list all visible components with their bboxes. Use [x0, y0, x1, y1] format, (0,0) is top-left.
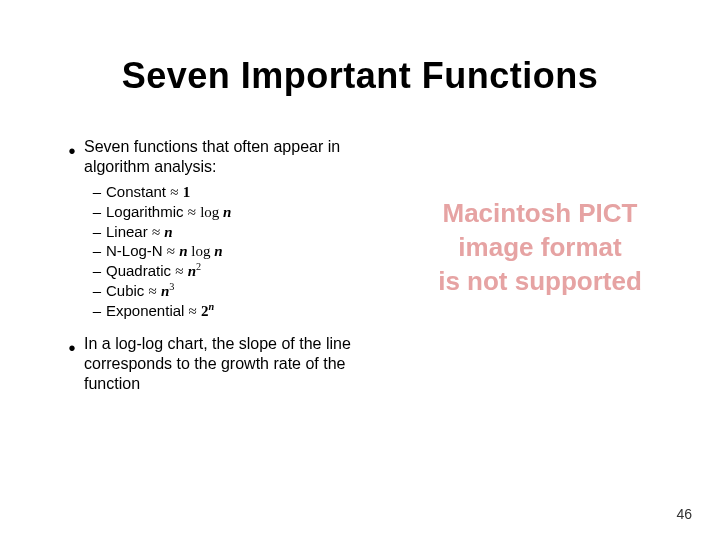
- list-item: – Linear ≈ n: [88, 223, 390, 242]
- bullet-item: • Seven functions that often appear in a…: [60, 137, 390, 177]
- placeholder-line: image format: [420, 231, 660, 265]
- page-number: 46: [676, 506, 692, 522]
- function-entry: Exponential ≈ 2n: [106, 302, 390, 321]
- dash-glyph: –: [88, 262, 106, 281]
- function-name: Logarithmic: [106, 203, 184, 220]
- dash-glyph: –: [88, 302, 106, 321]
- list-item: – Cubic ≈ n3: [88, 282, 390, 301]
- approx-symbol: ≈: [189, 303, 197, 319]
- approx-symbol: ≈: [152, 224, 160, 240]
- function-entry: Constant ≈ 1: [106, 183, 390, 202]
- function-expr: n: [164, 224, 172, 240]
- slide-container: Seven Important Functions • Seven functi…: [0, 0, 720, 540]
- list-item: – Quadratic ≈ n2: [88, 262, 390, 281]
- function-entry: Linear ≈ n: [106, 223, 390, 242]
- image-placeholder: Macintosh PICT image format is not suppo…: [420, 137, 660, 400]
- function-name: Constant: [106, 183, 166, 200]
- dash-glyph: –: [88, 223, 106, 242]
- dash-glyph: –: [88, 203, 106, 222]
- approx-symbol: ≈: [149, 283, 157, 299]
- left-column: • Seven functions that often appear in a…: [60, 137, 390, 400]
- function-expr: n3: [161, 283, 174, 299]
- list-item: – Exponential ≈ 2n: [88, 302, 390, 321]
- approx-symbol: ≈: [167, 243, 175, 259]
- approx-symbol: ≈: [188, 204, 196, 220]
- function-entry: Logarithmic ≈ log n: [106, 203, 390, 222]
- list-item: – N-Log-N ≈ n log n: [88, 242, 390, 261]
- function-expr: n2: [188, 263, 201, 279]
- function-name: N-Log-N: [106, 242, 163, 259]
- function-name: Linear: [106, 223, 148, 240]
- bullet-glyph: •: [60, 137, 84, 177]
- function-entry: N-Log-N ≈ n log n: [106, 242, 390, 261]
- list-item: – Constant ≈ 1: [88, 183, 390, 202]
- list-item: – Logarithmic ≈ log n: [88, 203, 390, 222]
- placeholder-line: Macintosh PICT: [420, 197, 660, 231]
- function-name: Quadratic: [106, 262, 171, 279]
- function-entry: Quadratic ≈ n2: [106, 262, 390, 281]
- bullet-glyph: •: [60, 334, 84, 394]
- approx-symbol: ≈: [175, 263, 183, 279]
- slide-content: • Seven functions that often appear in a…: [60, 137, 660, 400]
- bullet-text: Seven functions that often appear in alg…: [84, 137, 390, 177]
- bullet-text: In a log-log chart, the slope of the lin…: [84, 334, 390, 394]
- function-expr: n log n: [179, 243, 222, 259]
- dash-glyph: –: [88, 282, 106, 301]
- function-entry: Cubic ≈ n3: [106, 282, 390, 301]
- function-expr: 1: [183, 184, 191, 200]
- function-expr: log n: [200, 204, 231, 220]
- function-list: – Constant ≈ 1 – Logarithmic ≈ log n: [88, 183, 390, 320]
- dash-glyph: –: [88, 183, 106, 202]
- slide-title: Seven Important Functions: [60, 55, 660, 97]
- dash-glyph: –: [88, 242, 106, 261]
- function-expr: 2n: [201, 303, 214, 319]
- bullet-item: • In a log-log chart, the slope of the l…: [60, 334, 390, 394]
- approx-symbol: ≈: [170, 184, 178, 200]
- function-name: Cubic: [106, 282, 144, 299]
- placeholder-line: is not supported: [420, 265, 660, 299]
- function-name: Exponential: [106, 302, 184, 319]
